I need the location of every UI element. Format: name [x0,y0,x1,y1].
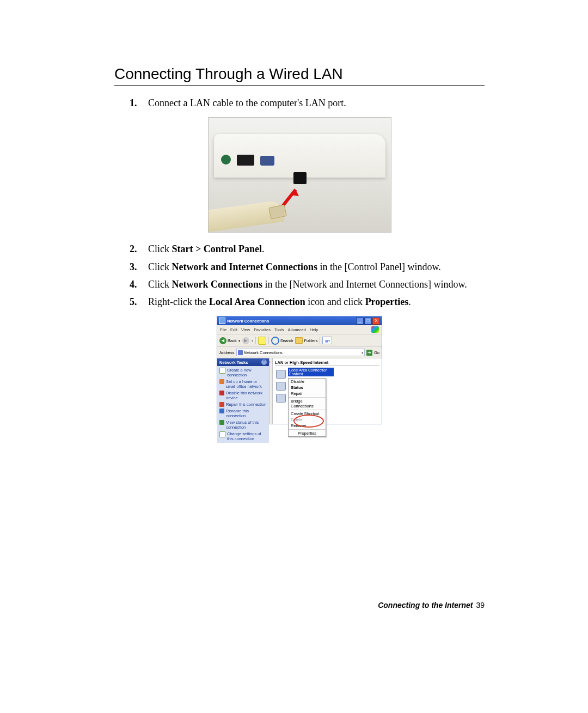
task-label: View status of this connection [226,420,267,430]
disable-icon [219,391,224,395]
step-prefix: Click [148,243,172,254]
task-disable-device[interactable]: Disable this network device [219,391,267,400]
view-icon [219,420,224,425]
step-number: 2. [130,242,137,255]
connection-icon[interactable] [276,382,286,391]
menu-tools[interactable]: Tools [274,327,284,332]
tasks-header[interactable]: Network Tasks ˄ [217,358,269,366]
task-label: Disable this network device [226,391,267,400]
window-titlebar[interactable]: Network Connections _ □ X [217,316,382,325]
maximize-button[interactable]: □ [364,318,372,325]
menu-edit[interactable]: Edit [230,327,237,332]
step-number: 4. [130,278,137,291]
ctx-separator [289,397,326,398]
back-icon: ◄ [219,337,226,344]
step-text: Click Start > Control Panel. [148,243,264,254]
go-label: Go [374,350,379,355]
ps2-port-icon [221,155,231,164]
minimize-button[interactable]: _ [356,318,364,325]
menu-file[interactable]: File [220,327,226,332]
address-bar: Address Network Connections ▾ ➔ Go [217,347,382,358]
ctx-separator [289,410,326,410]
step-3: 3. Click Network and Internet Connection… [114,260,485,273]
address-value: Network Connections [244,350,283,355]
step-bold: Network and Internet Connections [172,261,318,272]
task-view-status[interactable]: View status of this connection [219,420,267,430]
step-prefix: Click [148,261,172,272]
task-setup-home-network[interactable]: Set up a home or small office network [219,379,267,389]
repair-icon [219,402,224,407]
back-button[interactable]: ◄Back▾ [219,337,240,344]
menu-help[interactable]: Help [310,327,318,332]
footer-page-number: 39 [476,601,485,610]
context-menu: Disable Status Repair Bridge Connections… [288,378,326,437]
connection-icon[interactable] [276,370,286,379]
menu-view[interactable]: View [241,327,250,332]
task-label: Change settings of this connection [227,431,267,441]
back-label: Back [228,338,237,343]
step-5: 5. Right-click the Local Area Connection… [114,295,485,308]
ctx-properties[interactable]: Properties [289,430,326,436]
step-suffix: . [262,243,265,254]
step-mid: icon and click [305,296,365,307]
task-label: Set up a home or small office network [226,379,267,389]
forward-button[interactable]: ► [242,337,249,344]
chevron-down-icon: ▾ [252,339,253,343]
search-label: Search [280,338,293,343]
step-bold: Network Connections [172,279,263,290]
step-bold2: Properties [365,296,409,307]
home-icon [219,379,224,384]
section-header: LAN or High-Speed Internet [275,360,379,366]
step-text: Click Network and Internet Connections i… [148,261,441,272]
task-rename-connection[interactable]: Rename this connection [219,409,267,418]
ctx-separator [289,429,326,430]
up-button[interactable] [258,337,266,345]
chevron-down-icon[interactable]: ▾ [362,351,363,355]
ctx-rename[interactable]: Rename [289,423,326,429]
step-1: 1. Connect a LAN cable to the computer's… [114,96,485,109]
step-text: Right-click the Local Area Connection ic… [148,296,411,307]
ctx-repair[interactable]: Repair [289,391,326,397]
local-area-connection-item[interactable]: Local Area Connection Enabled [288,368,334,376]
step-prefix: Right-click the [148,296,209,307]
menu-favorites[interactable]: Favorites [254,327,271,332]
collapse-icon[interactable]: ˄ [261,359,267,365]
footer-section: Connecting to the Internet [378,601,473,610]
step-4: 4. Click Network Connections in the [Net… [114,278,485,291]
steps-list: 1. Connect a LAN cable to the computer's… [114,96,485,109]
task-repair-connection[interactable]: Repair this connection [219,402,267,407]
rj45-connector-icon [268,204,287,220]
page-footer: Connecting to the Internet39 [378,601,485,610]
main-pane: LAN or High-Speed Internet Local Area Co… [273,358,382,424]
step-2: 2. Click Start > Control Panel. [114,242,485,255]
ctx-delete: Delete [289,417,326,423]
usb-ports-icon [237,155,254,166]
menubar: File Edit View Favorites Tools Advanced … [217,325,382,334]
search-button[interactable]: Search [271,337,293,345]
address-label: Address [219,350,235,355]
folders-button[interactable]: Folders [295,337,317,344]
lan-port-icon [293,172,307,184]
toolbar: ◄Back▾ ► ▾ Search Folders ▦▾ [217,334,382,347]
toolbar-separator [255,337,256,344]
close-button[interactable]: X [372,318,380,325]
tasks-header-label: Network Tasks [219,360,248,365]
ctx-shortcut[interactable]: Create Shortcut [289,411,326,417]
change-icon [219,431,225,437]
ctx-disable[interactable]: Disable [289,379,326,385]
ctx-status[interactable]: Status [289,385,326,391]
page-heading: Connecting Through a Wired LAN [114,65,485,83]
chevron-down-icon: ▾ [238,339,240,343]
address-input[interactable]: Network Connections ▾ [236,349,365,356]
pane-resizer[interactable] [269,358,273,424]
task-create-connection[interactable]: Create a new connection [219,368,267,377]
go-button[interactable]: ➔ [366,350,372,356]
step-text: Click Network Connections in the [Networ… [148,279,467,290]
step-suffix: in the [Network and Internet Connections… [262,279,467,290]
connection-icon[interactable] [276,394,286,403]
views-button[interactable]: ▦▾ [322,337,332,344]
ctx-bridge[interactable]: Bridge Connections [289,398,326,409]
step-number: 1. [130,96,137,109]
task-change-settings[interactable]: Change settings of this connection [219,431,267,441]
menu-advanced[interactable]: Advanced [288,327,306,332]
